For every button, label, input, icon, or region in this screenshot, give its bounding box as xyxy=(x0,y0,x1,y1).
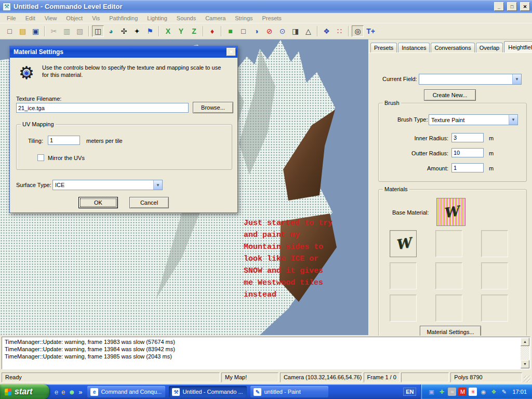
close-button[interactable]: ✕ xyxy=(520,2,530,11)
display-tray-icon[interactable]: ▣ xyxy=(427,388,435,396)
chevron-down-icon[interactable]: ▼ xyxy=(512,74,521,84)
toolbar: □▤▣✂▥▧◫◕✣✦⚑XYZ♦■□◑⊘⊙◨△❖∷◎T+ xyxy=(0,23,532,39)
maximize-button[interactable]: □ xyxy=(507,2,517,11)
vis-points-icon[interactable]: ∷ xyxy=(334,25,345,37)
dialog-title-bar[interactable]: Material Settings ✕ xyxy=(10,46,237,58)
resize-grip[interactable] xyxy=(524,376,530,382)
chevron-down-icon[interactable]: ▼ xyxy=(509,115,517,125)
menu-object[interactable]: Object xyxy=(61,14,87,23)
ie-update-quicklaunch-icon[interactable]: e xyxy=(61,389,65,395)
camera-mode-icon[interactable]: ◫ xyxy=(92,25,104,37)
material-slot[interactable] xyxy=(390,295,417,322)
ie-quicklaunch-icon[interactable]: e xyxy=(55,389,58,395)
material-slot[interactable] xyxy=(481,295,508,322)
taskbar-task[interactable]: ✎untitled - Paint xyxy=(250,386,328,397)
menu-edit[interactable]: Edit xyxy=(21,14,40,23)
menu-pathfinding[interactable]: Pathfinding xyxy=(104,14,142,23)
material-slot[interactable] xyxy=(481,262,508,289)
new-file-icon[interactable]: □ xyxy=(4,25,16,37)
log-scrollbar[interactable]: ▲ ▼ xyxy=(521,338,529,368)
taskbar-task[interactable]: ⚒Untitled - Commando ... xyxy=(169,386,247,397)
tab-presets[interactable]: Presets xyxy=(370,43,397,52)
drop-to-ground-icon[interactable]: ♦ xyxy=(206,25,218,37)
outer-radius-input[interactable] xyxy=(451,148,484,157)
camera-object-icon[interactable]: ◨ xyxy=(289,25,301,37)
open-folder-icon[interactable]: ▤ xyxy=(17,25,29,37)
material-slot[interactable] xyxy=(435,262,462,289)
tab-heightfield[interactable]: Heightfield xyxy=(504,41,532,52)
texture-filename-input[interactable] xyxy=(16,103,189,113)
copy-icon[interactable]: ▥ xyxy=(61,25,73,37)
brush-type-value: Texture Paint xyxy=(431,117,509,123)
inner-radius-input[interactable] xyxy=(451,133,484,142)
chevron-down-icon[interactable]: ▼ xyxy=(153,180,162,190)
pinwheel-tray-icon[interactable]: ✳ xyxy=(469,388,477,396)
create-new-button[interactable]: Create New... xyxy=(424,89,476,101)
x-axis-icon[interactable]: X xyxy=(162,25,174,37)
brush-type-combo[interactable]: Texture Paint ▼ xyxy=(429,114,518,125)
language-indicator[interactable]: EN xyxy=(403,388,416,396)
minimize-button[interactable]: _ xyxy=(494,2,504,11)
current-field-combo[interactable]: ▼ xyxy=(419,74,522,85)
material-slot[interactable]: W xyxy=(390,230,417,257)
eye-toggle-icon[interactable]: ◎ xyxy=(352,25,364,37)
hide-object-icon[interactable]: ⊘ xyxy=(263,25,275,37)
mcafee-tray-icon[interactable]: M xyxy=(458,388,467,396)
scroll-up-icon[interactable]: ▲ xyxy=(521,338,529,346)
teapot-render-icon[interactable]: ◕ xyxy=(105,25,117,37)
dialog-close-button[interactable]: ✕ xyxy=(227,48,236,56)
mirror-uvs-checkbox[interactable] xyxy=(37,154,44,161)
menu-vis[interactable]: Vis xyxy=(87,14,104,23)
menu-lighting[interactable]: Lighting xyxy=(142,14,172,23)
tab-instances[interactable]: Instances xyxy=(398,43,430,52)
chevron-icon[interactable]: » xyxy=(78,389,82,395)
visibility-point-icon[interactable]: ⊙ xyxy=(276,25,288,37)
show-object-icon[interactable]: ◑ xyxy=(250,25,262,37)
polygon-tool-icon[interactable]: △ xyxy=(302,25,314,37)
menu-file[interactable]: File xyxy=(2,14,21,23)
viewport-annotation: Just started to try and paint my Mountai… xyxy=(244,217,366,301)
start-button[interactable]: start xyxy=(0,384,49,399)
material-slot[interactable] xyxy=(390,262,417,289)
paste-icon[interactable]: ▧ xyxy=(74,25,86,37)
volume-tray-icon[interactable]: ◉ xyxy=(479,388,487,396)
scroll-down-icon[interactable]: ▼ xyxy=(521,360,529,368)
menu-sounds[interactable]: Sounds xyxy=(172,14,201,23)
z-axis-icon[interactable]: Z xyxy=(188,25,200,37)
menu-strings[interactable]: Strings xyxy=(230,14,257,23)
surface-type-combo[interactable]: ICE ▼ xyxy=(52,180,163,190)
axis-gizmo-icon[interactable]: ✣ xyxy=(118,25,130,37)
device-tray-icon[interactable]: ✚ xyxy=(437,388,446,396)
save-icon[interactable]: ▣ xyxy=(30,25,42,37)
colored-cubes-icon[interactable]: ❖ xyxy=(321,25,332,37)
cut-icon[interactable]: ✂ xyxy=(48,25,60,37)
text-tool-icon[interactable]: T+ xyxy=(365,25,377,37)
material-slot[interactable] xyxy=(481,230,508,257)
ok-button[interactable]: OK xyxy=(78,197,118,208)
tab-conversations[interactable]: Conversations xyxy=(431,43,474,52)
material-slot[interactable] xyxy=(435,295,462,322)
walkthrough-mode-icon[interactable]: ✦ xyxy=(131,25,143,37)
cancel-button[interactable]: Cancel xyxy=(129,197,169,208)
material-settings-dialog: Material Settings ✕ ⚙ ◉ Use the controls… xyxy=(9,46,238,213)
wireless-tray-icon[interactable]: ≈ xyxy=(448,388,456,396)
pen-tray-icon[interactable]: ✎ xyxy=(500,388,508,396)
menu-camera[interactable]: Camera xyxy=(201,14,230,23)
browse-button[interactable]: Browse... xyxy=(193,102,233,113)
solid-cube-icon[interactable]: ■ xyxy=(224,25,236,37)
tiling-input[interactable] xyxy=(48,136,80,145)
wire-cube-icon[interactable]: □ xyxy=(237,25,249,37)
material-slot[interactable] xyxy=(435,230,462,257)
menu-bar: FileEditViewObjectVisPathfindingLighting… xyxy=(0,13,532,23)
waypath-icon[interactable]: ⚑ xyxy=(144,25,156,37)
brush-type-label: Brush Type: xyxy=(397,116,428,123)
menu-presets[interactable]: Presets xyxy=(258,14,286,23)
amount-input[interactable] xyxy=(451,163,484,172)
messenger-quicklaunch-icon[interactable]: ☻ xyxy=(68,389,75,395)
menu-view[interactable]: View xyxy=(40,14,62,23)
taskbar-task[interactable]: eCommand and Conqu... xyxy=(87,386,165,397)
y-axis-icon[interactable]: Y xyxy=(175,25,187,37)
status-blank xyxy=(401,373,449,382)
color-utility-tray-icon[interactable]: ❖ xyxy=(489,388,498,396)
tab-overlap[interactable]: Overlap xyxy=(476,43,503,52)
